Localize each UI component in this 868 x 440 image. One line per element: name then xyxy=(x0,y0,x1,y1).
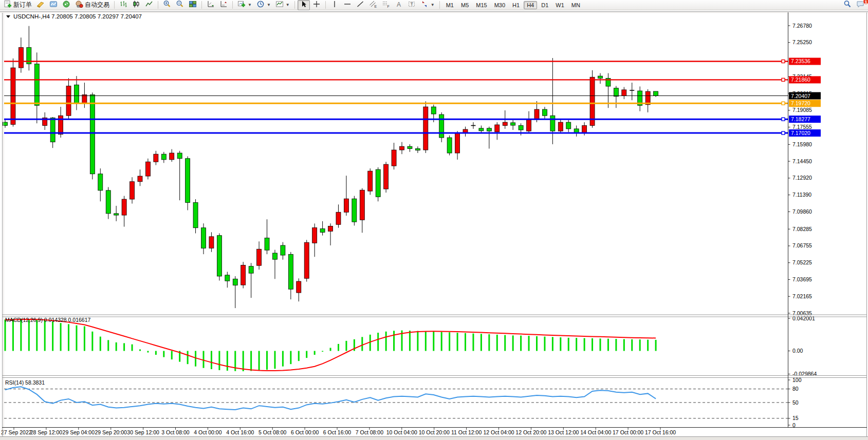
time-label: 10 Oct 20:00 xyxy=(419,429,450,435)
timeframe-M5[interactable]: M5 xyxy=(458,1,472,9)
indicator-list-icon xyxy=(219,0,228,10)
toolbar-separator xyxy=(114,1,115,9)
tile-windows-button[interactable] xyxy=(187,0,199,10)
chart-window[interactable]: 7.267807.252507.221457.206157.190857.175… xyxy=(0,11,868,440)
time-label: 29 Sep 20:00 xyxy=(95,429,127,435)
time-label: 28 Sep 12:00 xyxy=(30,429,63,435)
candlestick-chart-icon xyxy=(132,0,140,10)
price-tick-label: 7.05225 xyxy=(792,259,812,265)
timeframe-W1[interactable]: W1 xyxy=(552,1,567,9)
bar-chart-button[interactable] xyxy=(117,0,130,10)
chat-badge: 1 xyxy=(863,0,868,5)
time-label: 4 Oct 00:00 xyxy=(194,429,221,435)
template-button[interactable]: ▼ xyxy=(273,0,292,10)
toolbar-separator xyxy=(325,1,326,9)
time-label: 5 Oct 08:00 xyxy=(258,429,286,435)
price-tick-label: 7.26780 xyxy=(792,23,812,29)
time-label: 6 Oct 16:00 xyxy=(323,429,351,435)
timeframe-H4[interactable]: H4 xyxy=(524,1,537,9)
trendline-tool-button[interactable] xyxy=(354,0,366,10)
time-label: 14 Oct 04:00 xyxy=(580,429,611,435)
indicator-window-button[interactable] xyxy=(205,0,217,10)
price-tick-label: 7.17555 xyxy=(792,124,812,130)
time-label: 11 Oct 12:00 xyxy=(451,429,482,435)
timeframe-M1[interactable]: M1 xyxy=(443,1,457,9)
hline-handle[interactable] xyxy=(782,118,785,121)
rsi-label: RSI(14) 58.3831 xyxy=(5,379,45,386)
price-tick-label: 7.15980 xyxy=(792,141,812,147)
time-label: 6 Oct 00:00 xyxy=(291,429,319,435)
price-label: 7.17020 xyxy=(791,130,810,136)
candle xyxy=(11,59,15,127)
charts-button[interactable] xyxy=(47,0,60,10)
candle xyxy=(217,233,221,280)
macd-scale-label: 0.042001 xyxy=(792,315,815,321)
candle xyxy=(423,101,428,153)
time-label: 17 Oct 16:00 xyxy=(645,429,676,435)
add-indicator-button[interactable]: ▼ xyxy=(235,0,254,10)
autotrading-button[interactable]: 自动交易 xyxy=(73,0,112,10)
period-button[interactable]: ▼ xyxy=(254,0,273,10)
clock-icon xyxy=(256,0,265,10)
timeframe-MN[interactable]: MN xyxy=(568,1,583,9)
time-label: 29 Sep 04:00 xyxy=(63,429,95,435)
crosshair-tool-button[interactable] xyxy=(310,0,323,10)
candle xyxy=(186,156,190,210)
price-tick-label: 7.09860 xyxy=(792,208,812,215)
price-tick-label: 7.02165 xyxy=(792,293,812,299)
indicator-list-button[interactable] xyxy=(217,0,230,10)
price-label: 7.21860 xyxy=(791,76,810,83)
timeframe-M30[interactable]: M30 xyxy=(491,1,508,9)
line-chart-icon xyxy=(145,0,153,10)
price-tick-label: 7.19085 xyxy=(792,107,812,113)
toolbar-separator xyxy=(439,1,440,9)
new-order-icon xyxy=(4,0,12,10)
quotes-icon xyxy=(36,0,45,10)
candlestick-chart-button[interactable] xyxy=(130,0,142,10)
channel-icon-letter: E xyxy=(374,5,377,8)
arrows-icon xyxy=(420,0,429,10)
fibonacci-tool-button[interactable]: F xyxy=(380,0,392,10)
candle xyxy=(439,112,444,142)
toolbar-separator xyxy=(158,1,158,9)
vertical-line-tool-button[interactable] xyxy=(328,0,341,10)
hline-handle[interactable] xyxy=(782,102,785,105)
price-label: 7.18277 xyxy=(791,116,810,122)
price-tick-label: 7.25250 xyxy=(792,39,812,45)
chat-button[interactable]: 1 xyxy=(854,0,866,10)
time-label: 10 Oct 04:00 xyxy=(386,429,417,435)
timeframe-D1[interactable]: D1 xyxy=(538,1,551,9)
arrows-tool-button[interactable]: ▼ xyxy=(418,0,437,10)
zoom-in-button[interactable] xyxy=(161,0,173,10)
candle xyxy=(384,162,389,193)
label-tool-button[interactable]: T xyxy=(405,0,418,10)
candle xyxy=(241,262,246,288)
text-tool-button[interactable]: A xyxy=(393,0,405,10)
timeframe-M15[interactable]: M15 xyxy=(473,1,490,9)
hline-handle[interactable] xyxy=(782,131,785,135)
zoom-out-button[interactable] xyxy=(174,0,186,10)
equidistant-channel-tool-button[interactable]: E xyxy=(367,0,379,10)
new-order-button[interactable]: 新订单 xyxy=(2,0,34,10)
line-chart-button[interactable] xyxy=(143,0,155,10)
cursor-tool-button[interactable] xyxy=(298,0,310,10)
candle xyxy=(376,167,380,201)
price-tick-label: 7.06755 xyxy=(792,242,812,248)
search-button[interactable] xyxy=(841,0,854,10)
price-label: 7.23536 xyxy=(791,58,810,64)
signals-button[interactable] xyxy=(60,0,72,10)
hline-handle[interactable] xyxy=(782,60,785,63)
dropdown-caret-icon: ▼ xyxy=(267,3,271,7)
quotes-button[interactable] xyxy=(34,0,47,10)
charts-icon xyxy=(49,0,58,10)
time-label: 3 Oct 08:00 xyxy=(161,429,189,435)
hline-handle[interactable] xyxy=(782,78,785,81)
rsi-scale-label: 80 xyxy=(792,386,799,392)
timeframe-H1[interactable]: H1 xyxy=(509,1,523,9)
macd-scale-label: 0.00 xyxy=(792,348,803,354)
dropdown-caret-icon: ▼ xyxy=(431,3,435,7)
rsi-scale-label: 50 xyxy=(792,399,799,406)
fibonacci-icon: F xyxy=(382,0,390,10)
label-icon-letter: T xyxy=(410,2,413,7)
horizontal-line-tool-button[interactable] xyxy=(341,0,354,10)
